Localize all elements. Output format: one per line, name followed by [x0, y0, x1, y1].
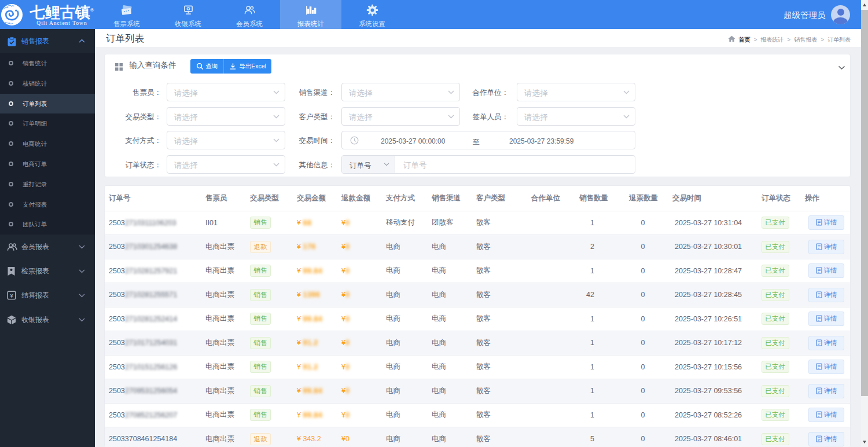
svg-text:¥: ¥: [10, 293, 13, 299]
